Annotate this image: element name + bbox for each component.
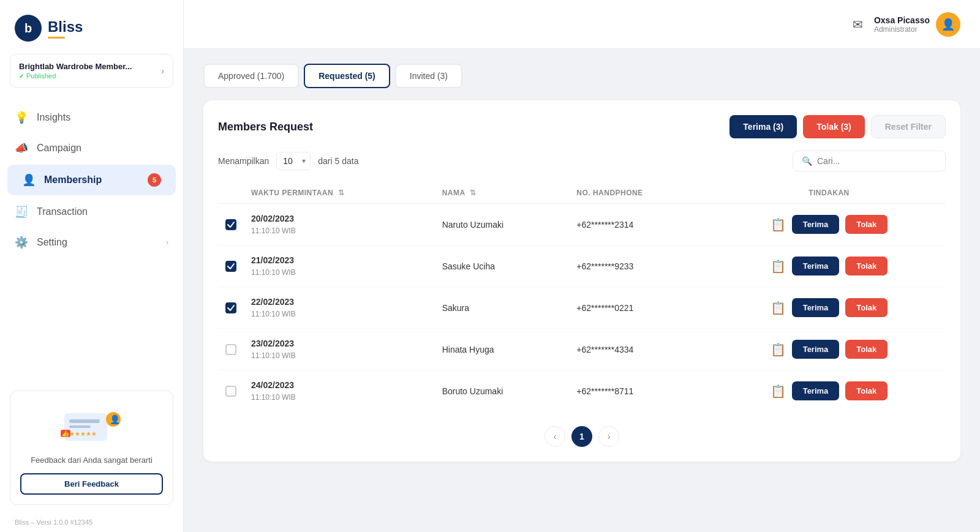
row-tolak-button[interactable]: Tolak: [845, 215, 888, 234]
cell-check: [218, 204, 244, 245]
sidebar-item-transaction[interactable]: 🧾 Transaction: [0, 197, 183, 227]
row-terima-button[interactable]: Terima: [792, 298, 840, 317]
per-page-select[interactable]: 10 25 50: [276, 152, 311, 170]
row-terima-button[interactable]: Terima: [792, 340, 840, 359]
sidebar-item-insights[interactable]: 💡 Insights: [0, 102, 183, 133]
row-tolak-button[interactable]: Tolak: [845, 381, 888, 400]
cell-waktu: 24/02/2023 11:10:10 WIB: [244, 370, 435, 412]
tab-invited[interactable]: Invited (3): [395, 64, 462, 88]
search-input[interactable]: [817, 156, 937, 166]
cell-action: 📋 Terima Tolak: [712, 204, 946, 245]
cell-waktu: 21/02/2023 11:10:10 WIB: [244, 245, 435, 287]
beri-feedback-button[interactable]: Beri Feedback: [20, 473, 163, 495]
col-header-action: TINDAKAN: [712, 182, 946, 204]
main-content: ✉ Oxsa Picasso Administrator 👤 Approved …: [184, 0, 980, 532]
search-bar: 🔍: [793, 151, 946, 171]
logo-area: b Bliss: [0, 0, 183, 54]
cell-phone: +62*******0221: [569, 287, 712, 329]
topbar: ✉ Oxsa Picasso Administrator 👤: [184, 0, 980, 49]
row-checkbox[interactable]: [225, 261, 236, 272]
cell-time: 11:10:10 WIB: [251, 267, 428, 278]
doc-icon[interactable]: 📋: [771, 301, 786, 315]
row-checkbox[interactable]: [225, 302, 236, 313]
row-tolak-button[interactable]: Tolak: [845, 340, 888, 359]
from-label: dari 5 data: [318, 156, 358, 166]
row-tolak-button[interactable]: Tolak: [845, 257, 888, 275]
cell-date: 21/02/2023: [251, 254, 428, 267]
cell-action: 📋 Terima Tolak: [712, 329, 946, 370]
sidebar-item-label-campaign: Campaign: [37, 143, 81, 154]
logo-icon: b: [15, 15, 42, 42]
card-header: Members Request Terima (3) Tolak (3) Res…: [218, 115, 946, 138]
sidebar-item-label-membership: Membership: [44, 174, 102, 185]
cell-date: 22/02/2023: [251, 296, 428, 309]
cell-time: 11:10:10 WIB: [251, 225, 428, 236]
workspace-chevron-icon: ›: [161, 66, 164, 76]
reset-filter-button[interactable]: Reset Filter: [871, 115, 946, 138]
version-label: Bliss – Versi 1.0.0 #12345: [0, 512, 183, 532]
cell-check: [218, 245, 244, 287]
cell-action: 📋 Terima Tolak: [712, 245, 946, 287]
cell-check: [218, 287, 244, 329]
sidebar-item-membership[interactable]: 👤 Membership 5: [7, 165, 176, 195]
row-terima-button[interactable]: Terima: [792, 381, 840, 400]
sort-nama-icon[interactable]: ⇅: [470, 189, 476, 197]
card-title: Members Request: [218, 121, 313, 133]
showing-label: Menampilkan: [218, 156, 269, 166]
table-controls: Menampilkan 10 25 50 dari 5 data 🔍: [218, 151, 946, 171]
membership-badge: 5: [148, 173, 161, 187]
cell-nama: Sakura: [435, 287, 570, 329]
doc-icon[interactable]: 📋: [771, 342, 786, 357]
feedback-card: ★★★★★ 👤 👍 Feedback dari Anda sangat bera…: [10, 391, 173, 505]
cell-phone: +62*******2314: [569, 204, 712, 245]
cell-phone: +62*******4334: [569, 329, 712, 370]
prev-page-button[interactable]: ‹: [545, 426, 565, 447]
per-page-select-wrap[interactable]: 10 25 50: [276, 152, 311, 170]
cell-time: 11:10:10 WIB: [251, 392, 428, 403]
doc-icon[interactable]: 📋: [771, 259, 786, 274]
cell-action: 📋 Terima Tolak: [712, 287, 946, 329]
members-request-card: Members Request Terima (3) Tolak (3) Res…: [203, 100, 960, 462]
cell-phone: +62*******9233: [569, 245, 712, 287]
transaction-icon: 🧾: [15, 205, 28, 219]
sidebar-item-campaign[interactable]: 📣 Campaign: [0, 133, 183, 163]
cell-time: 11:10:10 WIB: [251, 309, 428, 320]
row-terima-button[interactable]: Terima: [792, 215, 840, 234]
user-name: Oxsa Picasso: [874, 15, 930, 25]
svg-text:★★★★★: ★★★★★: [69, 430, 97, 437]
setting-icon: ⚙️: [15, 236, 28, 249]
sidebar-item-setting[interactable]: ⚙️ Setting ›: [0, 227, 183, 258]
col-header-check: [218, 182, 244, 204]
col-header-nama: NAMA ⇅: [435, 182, 570, 204]
row-checkbox[interactable]: [225, 219, 236, 230]
col-header-waktu: WAKTU PERMINTAAN ⇅: [244, 182, 435, 204]
user-avatar[interactable]: 👤: [936, 12, 960, 37]
membership-tabs: Approved (1.700) Requested (5) Invited (…: [203, 64, 960, 88]
tab-approved[interactable]: Approved (1.700): [203, 64, 299, 88]
workspace-name: Brightlab Wardrobe Member...: [19, 62, 132, 71]
svg-rect-2: [69, 425, 91, 428]
row-checkbox[interactable]: [225, 386, 236, 397]
cell-waktu: 22/02/2023 11:10:10 WIB: [244, 287, 435, 329]
row-tolak-button[interactable]: Tolak: [845, 298, 888, 317]
mail-icon[interactable]: ✉: [853, 17, 863, 32]
row-checkbox[interactable]: [225, 344, 236, 355]
cell-nama: Naruto Uzumaki: [435, 204, 570, 245]
tab-requested[interactable]: Requested (5): [304, 64, 390, 88]
feedback-illustration: ★★★★★ 👤 👍: [20, 401, 163, 450]
doc-icon[interactable]: 📋: [771, 217, 786, 232]
cell-action: 📋 Terima Tolak: [712, 370, 946, 412]
bulk-tolak-button[interactable]: Tolak (3): [803, 115, 865, 138]
cell-date: 24/02/2023: [251, 379, 428, 392]
doc-icon[interactable]: 📋: [771, 384, 786, 399]
next-page-button[interactable]: ›: [598, 426, 619, 447]
cell-check: [218, 370, 244, 412]
workspace-selector[interactable]: Brightlab Wardrobe Member... Published ›: [10, 54, 173, 88]
sort-waktu-icon[interactable]: ⇅: [338, 189, 344, 197]
cell-time: 11:10:10 WIB: [251, 350, 428, 361]
table-row: 22/02/2023 11:10:10 WIB Sakura +62******…: [218, 287, 946, 329]
row-terima-button[interactable]: Terima: [792, 257, 840, 275]
members-table: WAKTU PERMINTAAN ⇅ NAMA ⇅ NO. HANDPHONE …: [218, 182, 946, 411]
page-1-button[interactable]: 1: [571, 426, 592, 447]
bulk-terima-button[interactable]: Terima (3): [729, 115, 797, 138]
